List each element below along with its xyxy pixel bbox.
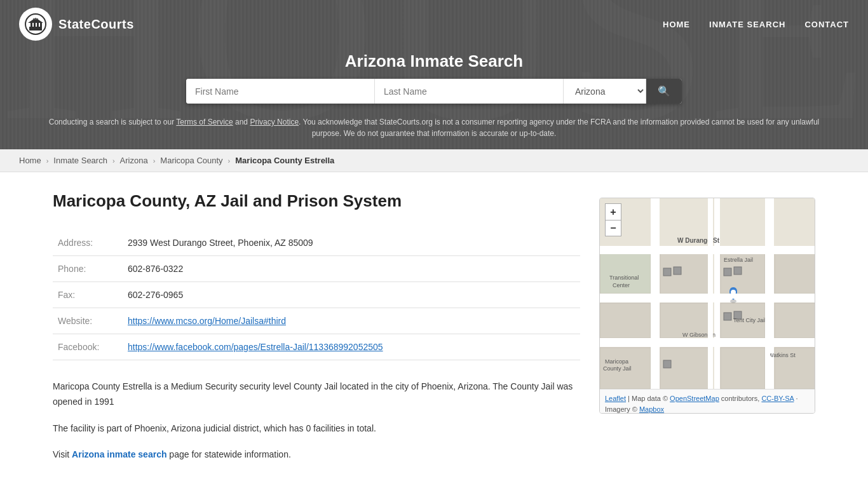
address-label: Address:: [53, 230, 123, 256]
arizona-inmate-search-link[interactable]: Arizona inmate search: [72, 449, 166, 459]
svg-rect-20: [600, 303, 651, 338]
svg-rect-15: [660, 252, 711, 294]
fax-value: 602-276-0965: [123, 282, 580, 308]
website-label: Website:: [53, 308, 123, 334]
header-title-area: Arizona Inmate Search: [0, 48, 868, 79]
svg-point-44: [731, 290, 736, 295]
privacy-link[interactable]: Privacy Notice: [250, 118, 299, 126]
header-top-bar: StateCourts HOME INMATE SEARCH CONTACT: [0, 0, 868, 48]
map-area: + −: [600, 198, 815, 389]
logo-icon: [19, 8, 52, 41]
phone-label: Phone:: [53, 256, 123, 282]
breadcrumb-home[interactable]: Home: [19, 156, 41, 165]
svg-rect-24: [775, 252, 815, 294]
phone-value: 602-876-0322: [123, 256, 580, 282]
site-header: StateCourts HOME INMATE SEARCH CONTACT A…: [0, 0, 868, 149]
fax-row: Fax: 602-276-0965: [53, 282, 580, 308]
svg-text:Estrella Jail: Estrella Jail: [724, 257, 753, 263]
svg-rect-19: [600, 252, 651, 294]
map-controls: + −: [605, 203, 621, 236]
nav-home[interactable]: HOME: [663, 20, 690, 29]
osm-link[interactable]: OpenStreetMap: [670, 395, 719, 402]
svg-text:Center: Center: [613, 282, 630, 288]
website-row: Website: https://www.mcso.org/Home/Jails…: [53, 308, 580, 334]
svg-rect-9: [600, 246, 815, 252]
first-name-input[interactable]: [186, 79, 375, 104]
breadcrumb-maricopa[interactable]: Maricopa County: [160, 156, 222, 165]
breadcrumb-sep-1: ›: [46, 157, 49, 165]
breadcrumb-arizona[interactable]: Arizona: [120, 156, 148, 165]
breadcrumb-current: Maricopa County Estrella: [235, 156, 334, 165]
address-row: Address: 2939 West Durango Street, Phoen…: [53, 230, 580, 256]
map-footer: Leaflet | Map data © OpenStreetMap contr…: [600, 389, 815, 414]
content-left: Maricopa County, AZ Jail and Prison Syst…: [53, 191, 580, 474]
map-zoom-out[interactable]: −: [605, 220, 621, 236]
facebook-value: https://www.facebook.com/pages/Estrella-…: [123, 334, 580, 360]
breadcrumb-sep-3: ›: [153, 157, 156, 165]
website-link[interactable]: https://www.mcso.org/Home/Jailsa#third: [128, 316, 286, 326]
facility-info-table: Address: 2939 West Durango Street, Phoen…: [53, 230, 580, 360]
facility-title: Maricopa County, AZ Jail and Prison Syst…: [53, 191, 580, 211]
phone-row: Phone: 602-876-0322: [53, 256, 580, 282]
page-main-title: Arizona Inmate Search: [0, 51, 868, 71]
svg-rect-31: [724, 313, 731, 320]
leaflet-link[interactable]: Leaflet: [605, 395, 626, 402]
svg-rect-10: [600, 297, 815, 302]
description-3: Visit Arizona inmate search page for sta…: [53, 447, 580, 463]
facebook-link[interactable]: https://www.facebook.com/pages/Estrella-…: [128, 342, 383, 352]
svg-rect-18: [721, 303, 765, 338]
svg-rect-32: [734, 311, 742, 319]
courthouse-icon: [24, 13, 47, 36]
svg-rect-2: [31, 23, 32, 27]
facebook-row: Facebook: https://www.facebook.com/pages…: [53, 334, 580, 360]
svg-rect-12: [654, 198, 660, 389]
breadcrumb-inmate-search[interactable]: Inmate Search: [53, 156, 107, 165]
svg-rect-23: [721, 348, 765, 389]
main-content: Maricopa County, AZ Jail and Prison Syst…: [34, 172, 834, 488]
map-zoom-in[interactable]: +: [605, 203, 621, 220]
description-1: Maricopa County Estrella is a Medium Sec…: [53, 379, 580, 410]
svg-rect-16: [721, 252, 765, 294]
svg-text:W Gibson Ln: W Gibson Ln: [682, 332, 715, 338]
main-nav: HOME INMATE SEARCH CONTACT: [663, 20, 849, 29]
svg-text:Maricopa: Maricopa: [605, 358, 628, 365]
ccbysa-link[interactable]: CC-BY-SA: [761, 395, 794, 402]
facebook-label: Facebook:: [53, 334, 123, 360]
svg-rect-33: [663, 360, 671, 368]
svg-text:Transitional: Transitional: [609, 274, 639, 281]
svg-rect-28: [674, 267, 681, 274]
svg-rect-22: [660, 348, 711, 389]
nav-inmate-search[interactable]: INMATE SEARCH: [709, 20, 785, 29]
svg-rect-14: [768, 198, 774, 389]
address-value: 2939 West Durango Street, Phoenix, AZ 85…: [123, 230, 580, 256]
svg-rect-30: [734, 267, 742, 274]
fax-label: Fax:: [53, 282, 123, 308]
svg-rect-7: [33, 18, 38, 20]
disclaimer-text: Conducting a search is subject to our Te…: [0, 112, 868, 149]
mapbox-link[interactable]: Mapbox: [639, 405, 664, 413]
last-name-input[interactable]: [375, 79, 564, 104]
svg-point-43: [730, 299, 736, 303]
svg-rect-4: [37, 23, 39, 27]
state-select[interactable]: Select State Alabama Alaska Arizona Arka…: [564, 79, 646, 104]
search-bar-area: Select State Alabama Alaska Arizona Arka…: [0, 79, 868, 112]
search-button[interactable]: 🔍: [646, 79, 682, 104]
nav-contact[interactable]: CONTACT: [804, 20, 849, 29]
svg-rect-25: [775, 303, 815, 338]
breadcrumb: Home › Inmate Search › Arizona › Maricop…: [0, 149, 868, 172]
breadcrumb-sep-2: ›: [112, 157, 115, 165]
svg-rect-5: [40, 23, 42, 27]
svg-rect-29: [724, 268, 731, 276]
terms-link[interactable]: Terms of Service: [176, 118, 233, 126]
svg-text:Watkins St: Watkins St: [768, 352, 796, 358]
svg-rect-3: [34, 23, 36, 27]
svg-text:W Durango St: W Durango St: [677, 237, 720, 244]
svg-text:County Jail: County Jail: [603, 365, 632, 372]
map-pin[interactable]: [729, 287, 737, 303]
website-value: https://www.mcso.org/Home/Jailsa#third: [123, 308, 580, 334]
map-svg: W Durango St W Gibson Ln Watkins St Tran…: [600, 198, 815, 389]
map-container: + −: [599, 198, 815, 414]
description-2: The facility is part of Phoenix, Arizona…: [53, 421, 580, 437]
svg-rect-26: [775, 348, 815, 389]
logo-area: StateCourts: [19, 8, 134, 41]
